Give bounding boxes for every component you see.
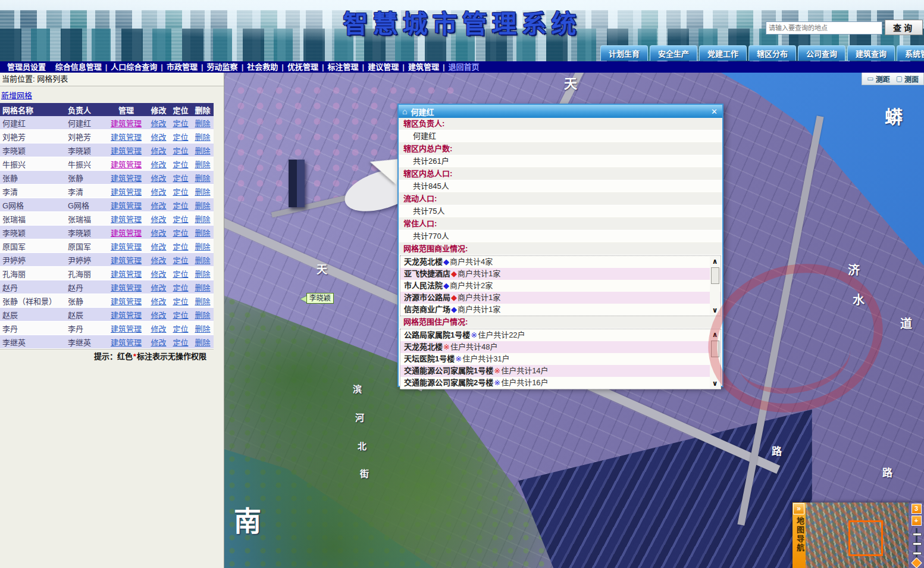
manage-link[interactable]: 建筑管理 [111,215,142,224]
grid-marker[interactable]: ◀ 李晓颖 [300,293,334,304]
delete-link[interactable]: 删除 [195,188,210,196]
delete-link[interactable]: 删除 [195,160,210,169]
menu-item[interactable]: 管理员设置 [5,63,48,71]
header-tab[interactable]: 建筑查询 [847,45,895,61]
edit-link[interactable]: 修改 [151,119,166,128]
delete-link[interactable]: 删除 [195,215,210,224]
measure-distance-button[interactable]: ▭ 测距 [867,74,889,84]
locate-link[interactable]: 定位 [173,256,188,265]
zoom-level-button[interactable]: 3 [912,504,922,514]
edit-link[interactable]: 修改 [151,283,166,292]
edit-link[interactable]: 修改 [151,229,166,238]
scroll-thumb[interactable] [711,341,719,357]
manage-link[interactable]: 建筑管理 [111,174,142,183]
scroll-down-icon[interactable]: ∨ [710,379,720,388]
dialog-titlebar[interactable]: ⌂ 何建红 ✕ [399,105,722,118]
manage-link[interactable]: 建筑管理 [111,160,142,169]
header-tab[interactable]: 党建工作 [699,45,747,61]
manage-link[interactable]: 建筑管理 [111,242,142,251]
edit-link[interactable]: 修改 [151,270,166,279]
locate-link[interactable]: 定位 [173,283,188,292]
locate-link[interactable]: 定位 [173,215,188,224]
list-item[interactable]: 交通能源公司家属院2号楼※住户共计16户 [400,377,721,389]
header-tab[interactable]: 安全生产 [650,45,697,61]
zoom-slider-handle[interactable] [911,557,922,568]
edit-link[interactable]: 修改 [151,297,166,306]
menu-item[interactable]: 人口综合查询 [108,63,159,71]
delete-link[interactable]: 删除 [195,229,210,238]
manage-link[interactable]: 建筑管理 [111,201,142,210]
locate-link[interactable]: 定位 [173,133,188,142]
locate-link[interactable]: 定位 [173,324,188,333]
header-tab[interactable]: 系统管理 [897,45,924,61]
edit-link[interactable]: 修改 [151,160,166,169]
locate-link[interactable]: 定位 [173,242,188,251]
delete-link[interactable]: 删除 [195,133,210,142]
delete-link[interactable]: 删除 [195,242,210,251]
zoom-slider-track[interactable] [916,528,917,568]
menu-item[interactable]: 建筑管理 [406,63,441,71]
menu-item[interactable]: 标注管理 [325,63,361,71]
delete-link[interactable]: 删除 [195,256,210,265]
manage-link[interactable]: 建筑管理 [111,256,142,265]
manage-link[interactable]: 建筑管理 [111,270,142,279]
scroll-down-icon[interactable]: ∨ [710,305,720,315]
locate-link[interactable]: 定位 [173,229,188,238]
edit-link[interactable]: 修改 [151,133,166,142]
search-button[interactable]: 查询 [885,20,923,35]
locate-link[interactable]: 定位 [173,338,188,347]
manage-link[interactable]: 建筑管理 [111,119,142,128]
manage-link[interactable]: 建筑管理 [111,133,142,142]
edit-link[interactable]: 修改 [151,174,166,183]
edit-link[interactable]: 修改 [151,188,166,196]
locate-link[interactable]: 定位 [173,188,188,196]
header-tab[interactable]: 辖区分布 [748,45,796,61]
list-item[interactable]: 天龙苑北楼※住户共计48户 [400,341,721,353]
manage-link[interactable]: 建筑管理 [111,324,142,333]
menu-item[interactable]: 综合信息管理 [53,63,104,71]
locate-link[interactable]: 定位 [173,270,188,279]
menu-item[interactable]: 市政管理 [164,63,200,71]
locate-link[interactable]: 定位 [173,201,188,210]
delete-link[interactable]: 删除 [195,119,210,128]
manage-link[interactable]: 建筑管理 [111,297,142,306]
delete-link[interactable]: 删除 [195,146,210,155]
list-item[interactable]: 市人民法院◆商户共计2家 [400,280,721,292]
locate-link[interactable]: 定位 [173,174,188,183]
delete-link[interactable]: 删除 [195,283,210,292]
edit-link[interactable]: 修改 [151,324,166,333]
minimap-viewport-rect[interactable] [848,520,883,556]
close-icon[interactable]: ✕ [710,107,719,116]
locate-link[interactable]: 定位 [173,160,188,169]
menu-item[interactable]: 建议管理 [365,63,401,71]
edit-link[interactable]: 修改 [151,201,166,210]
minimap-image[interactable] [806,503,909,568]
measure-area-button[interactable]: ▢ 测面 [896,74,919,84]
list-item[interactable]: 济源市公路局◆商户共计1家 [400,292,721,304]
locate-link[interactable]: 定位 [173,119,188,128]
manage-link[interactable]: 建筑管理 [111,311,142,320]
locate-link[interactable]: 定位 [173,297,188,306]
manage-link[interactable]: 建筑管理 [111,283,142,292]
list-item[interactable]: 亚飞快捷酒店◆商户共计1家 [400,268,721,280]
menu-item[interactable]: 优抚管理 [285,63,321,71]
edit-link[interactable]: 修改 [151,311,166,320]
scroll-up-icon[interactable]: ∧ [710,257,720,266]
scroll-thumb[interactable] [711,267,719,284]
locate-link[interactable]: 定位 [173,311,188,320]
edit-link[interactable]: 修改 [151,256,166,265]
minimap-expand-button[interactable]: » [793,503,804,514]
manage-link[interactable]: 建筑管理 [111,146,142,155]
list-item[interactable]: 公路局家属院1号楼※住户共计22户 [400,329,721,341]
manage-link[interactable]: 建筑管理 [111,188,142,196]
menu-item[interactable]: 社会救助 [245,63,280,71]
manage-link[interactable]: 建筑管理 [111,338,142,347]
manage-link[interactable]: 建筑管理 [111,229,142,238]
delete-link[interactable]: 删除 [195,324,210,333]
delete-link[interactable]: 删除 [195,270,210,279]
header-tab[interactable]: 公司查询 [798,45,845,61]
edit-link[interactable]: 修改 [151,338,166,347]
menu-item-home[interactable]: 退回首页 [446,63,482,71]
list-item[interactable]: 信尧商业广场◆商户共计1家 [400,304,721,316]
locate-link[interactable]: 定位 [173,146,188,155]
